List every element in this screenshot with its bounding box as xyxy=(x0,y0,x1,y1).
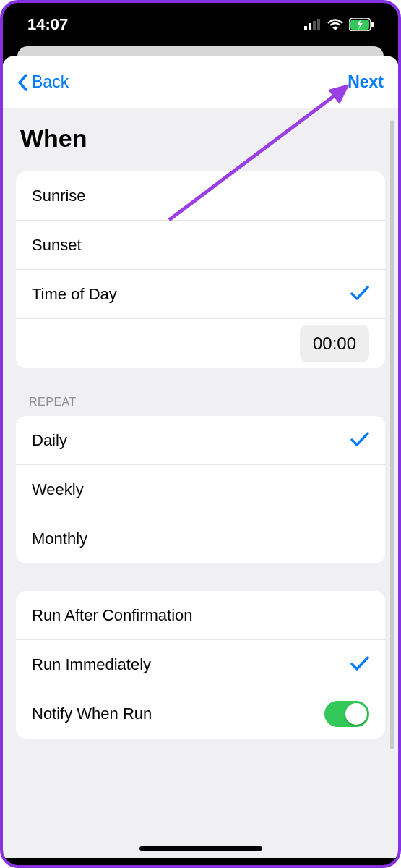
checkmark-icon xyxy=(350,283,369,306)
chevron-left-icon xyxy=(17,74,27,91)
row-label: Notify When Run xyxy=(32,705,152,723)
svg-rect-0 xyxy=(304,26,307,30)
next-button[interactable]: Next xyxy=(348,72,384,92)
status-time: 14:07 xyxy=(27,15,68,34)
when-group: Sunrise Sunset Time of Day 00:00 xyxy=(16,171,385,368)
home-indicator[interactable] xyxy=(139,846,262,851)
repeat-option-monthly[interactable]: Monthly xyxy=(16,514,385,563)
nav-bar: Back Next xyxy=(3,56,398,109)
signal-icon xyxy=(304,19,322,30)
time-picker[interactable]: 00:00 xyxy=(300,325,369,362)
checkmark-icon xyxy=(350,653,369,676)
toggle-knob xyxy=(345,703,367,725)
when-option-sunrise[interactable]: Sunrise xyxy=(16,171,385,221)
notify-toggle[interactable] xyxy=(324,701,369,727)
when-option-time-of-day[interactable]: Time of Day xyxy=(16,270,385,319)
option-run-after-confirmation[interactable]: Run After Confirmation xyxy=(16,591,385,640)
checkmark-icon xyxy=(350,429,369,452)
repeat-section-header: REPEAT xyxy=(3,396,398,416)
repeat-option-daily[interactable]: Daily xyxy=(16,416,385,465)
page-title: When xyxy=(3,109,398,171)
row-label: Monthly xyxy=(32,529,87,548)
time-picker-row: 00:00 xyxy=(16,319,385,368)
option-notify-when-run: Notify When Run xyxy=(16,689,385,739)
svg-rect-3 xyxy=(317,19,320,30)
status-icons xyxy=(304,18,374,31)
wifi-icon xyxy=(327,19,343,30)
repeat-option-weekly[interactable]: Weekly xyxy=(16,465,385,514)
repeat-group: Daily Weekly Monthly xyxy=(16,416,385,563)
back-label: Back xyxy=(32,72,69,92)
row-label: Sunset xyxy=(32,236,82,255)
row-label: Run Immediately xyxy=(32,655,151,674)
content-area: When Sunrise Sunset Time of Day 00:00 xyxy=(3,109,398,760)
svg-rect-2 xyxy=(313,21,316,30)
device-frame: 14:07 xyxy=(0,0,401,868)
svg-rect-6 xyxy=(371,22,374,27)
modal-sheet: Back Next When Sunrise Sunset Time of Da… xyxy=(3,56,398,858)
options-group: Run After Confirmation Run Immediately N… xyxy=(16,591,385,739)
row-label: Sunrise xyxy=(32,187,86,205)
when-option-sunset[interactable]: Sunset xyxy=(16,221,385,270)
battery-charging-icon xyxy=(349,18,374,31)
option-run-immediately[interactable]: Run Immediately xyxy=(16,640,385,689)
row-label: Run After Confirmation xyxy=(32,606,193,625)
row-label: Weekly xyxy=(32,480,84,499)
svg-rect-1 xyxy=(309,23,311,30)
scroll-indicator[interactable] xyxy=(390,120,394,749)
back-button[interactable]: Back xyxy=(17,72,69,92)
row-label: Time of Day xyxy=(32,285,117,304)
status-bar: 14:07 xyxy=(3,3,398,46)
row-label: Daily xyxy=(32,431,67,450)
